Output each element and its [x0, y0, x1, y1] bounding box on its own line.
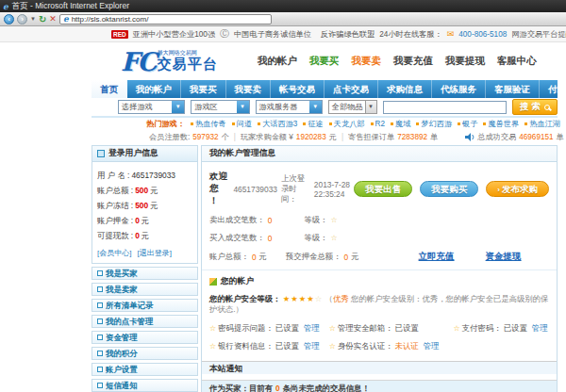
- withdraw-funds-link[interactable]: 资金提现: [486, 251, 522, 263]
- sidebar-item-cards[interactable]: 我的点卡管理: [92, 315, 198, 328]
- server-select[interactable]: 游戏服务器 ▼: [256, 100, 323, 114]
- sidebar-item-buyer[interactable]: 我是买家: [92, 267, 198, 280]
- tab-my-account[interactable]: 我的帐户: [127, 80, 181, 98]
- hot-game-link[interactable]: 问道: [232, 119, 252, 129]
- security-item-identity: ☆ 身份实名认证：未认证 管理: [329, 341, 454, 351]
- sidebar-item-seller[interactable]: 我是卖家: [92, 283, 198, 296]
- security-level-line: 您的帐户安全等级： ★★★★☆ （优秀 您的帐户安全级别：优秀，您的帐户安全已是…: [209, 294, 549, 315]
- main-nav: 首页 我的帐户 我要买 我要卖 帐号交易 点卡交易 求购信息 代练服务 客服验证…: [92, 80, 558, 98]
- tab-powerleveling[interactable]: 代练服务: [432, 80, 486, 98]
- last-login-label: 上次登录时间：: [281, 173, 310, 204]
- total-trades-label: 总成功交易: [477, 132, 516, 142]
- security-item-email: ☆ 管理安全邮箱：已设置: [329, 323, 454, 334]
- link-i-buy[interactable]: 我要买: [309, 55, 340, 68]
- menu-square-icon: [97, 286, 103, 292]
- escrow-orders-label: 寄售担保订单: [348, 132, 394, 142]
- address-bar[interactable]: e http://sls.oktanrist.com/: [59, 14, 272, 24]
- search-button[interactable]: 搜 索: [512, 99, 558, 115]
- site-column: 首页 我的帐户 我要买 我要卖 帐号交易 点卡交易 求购信息 代练服务 客服验证…: [92, 80, 558, 392]
- security-item-password-question: ☆ 密码提示问题：已设置 管理: [209, 323, 329, 334]
- buyer-notice-row: 作为买家：目前有0条尚未完成的交易信息！: [202, 380, 557, 392]
- chevron-down-icon: ▼: [309, 101, 322, 113]
- manage-link[interactable]: 管理: [532, 323, 548, 334]
- forward-button[interactable]: ›: [17, 14, 27, 24]
- level-star-icon: ☆: [330, 216, 337, 224]
- buy-button[interactable]: 我要购买: [420, 181, 478, 197]
- welcome-label: 欢迎您 ！: [209, 171, 229, 207]
- tab-ask-info[interactable]: 求购信息: [378, 80, 432, 98]
- reg-count-label: 会员注册数:: [149, 132, 190, 142]
- search-input[interactable]: [383, 101, 508, 114]
- tab-home[interactable]: 首页: [92, 80, 127, 98]
- link-withdraw[interactable]: 我要提现: [445, 55, 485, 68]
- history-dropdown-icon[interactable]: ▼: [30, 16, 36, 22]
- tab-account-trade[interactable]: 帐号交易: [271, 80, 325, 98]
- back-button[interactable]: ‹: [4, 14, 14, 24]
- star-icon: ☆: [209, 324, 216, 333]
- menu-square-icon: [97, 383, 103, 388]
- search-bar: 选择游戏 ▼ 游戏区 ▼ 游戏服务器 ▼ 全部物品 ▼ 搜 索: [92, 98, 558, 118]
- tab-card-trade[interactable]: 点卡交易: [325, 80, 378, 98]
- tab-payment[interactable]: 付款方式: [540, 80, 566, 98]
- region-select[interactable]: 游戏区 ▼: [191, 100, 249, 114]
- item-type-select[interactable]: 全部物品 ▼: [328, 100, 377, 114]
- hot-game-link[interactable]: 魔域: [391, 119, 410, 129]
- hot-game-link[interactable]: 梦幻西游: [416, 119, 452, 129]
- red-badge: RED: [111, 30, 128, 39]
- service-phone-link[interactable]: 400-806-5108: [458, 30, 507, 39]
- member-center-link[interactable]: [会员中心]: [97, 248, 131, 258]
- site-notice-header: 本站通知: [202, 361, 557, 374]
- url-text: http://sls.oktanrist.com/: [72, 15, 149, 24]
- account-grid-icon: [209, 278, 217, 286]
- site-logo[interactable]: FC 最大网络交易网 交易平台: [121, 47, 218, 76]
- hot-game-link[interactable]: 银子: [458, 119, 477, 129]
- sell-button[interactable]: 我要出售: [354, 181, 412, 197]
- manage-link[interactable]: 管理: [424, 341, 440, 351]
- manage-link[interactable]: 管理: [304, 323, 320, 334]
- sidebar-item-sms[interactable]: 短信通知: [92, 379, 198, 392]
- tab-sell[interactable]: 我要卖: [226, 80, 272, 98]
- account-quick-links: 我的帐户 我要买 我要卖 我要充值 我要提现 客服中心: [258, 55, 537, 68]
- recharge-now-link[interactable]: 立即充值: [419, 251, 455, 263]
- link-my-account[interactable]: 我的帐户: [258, 55, 297, 68]
- level-star-icon: ☆: [330, 234, 337, 242]
- hot-game-link[interactable]: 大话西游3: [258, 119, 297, 129]
- sidebar-item-settings[interactable]: 账户设置: [92, 363, 198, 376]
- menu-square-icon: [97, 367, 103, 372]
- cert-c-icon: Ⓒ: [220, 29, 229, 39]
- hot-game-link[interactable]: 热血江湖: [524, 119, 560, 129]
- sidebar-item-funds[interactable]: 资金管理: [92, 331, 198, 344]
- security-stars-icon: ★★★★: [283, 294, 315, 303]
- tab-service-verify[interactable]: 客服验证: [486, 80, 540, 98]
- main-panel: 我的帐户管理信息 欢迎您 ！ 4651739033 上次登录时间： 2013-7…: [201, 145, 558, 392]
- logo-fc-mark: FC: [121, 47, 156, 76]
- link-i-sell[interactable]: 我要卖: [351, 55, 381, 68]
- chevron-down-icon: ▼: [365, 101, 376, 113]
- welcome-block: 欢迎您 ！ 4651739033 上次登录时间： 2013-7-28 22:35…: [202, 162, 557, 270]
- browser-toolbar: ‹ › ▼ ↻ ✕ e http://sls.oktanrist.com/: [0, 12, 566, 26]
- link-service-center[interactable]: 客服中心: [497, 55, 537, 68]
- hot-game-link[interactable]: 魔兽世界: [483, 119, 519, 129]
- stop-icon[interactable]: ✕: [49, 14, 57, 24]
- security-item-bank-info: ☆ 银行资料信息：已设置 管理: [209, 341, 329, 351]
- username-row: 用 户 名 :4651739033: [97, 171, 192, 181]
- hot-game-link[interactable]: R2: [371, 120, 385, 128]
- sold-count-row: 卖出成交笔数：0 等级：☆: [209, 215, 549, 225]
- link-recharge[interactable]: 我要充值: [393, 55, 433, 68]
- sidebar-item-points[interactable]: 我的积分: [92, 347, 198, 360]
- hot-game-link[interactable]: 征途: [303, 119, 323, 129]
- site-stats-row: 会员注册数:597932个 | 玩家求购金额 ¥1920283元 | 寄售担保订…: [92, 130, 558, 143]
- manage-link[interactable]: 管理: [304, 341, 320, 351]
- tab-buy[interactable]: 我要买: [181, 80, 226, 98]
- site-header: FC 最大网络交易网 交易平台 我的帐户 我要买 我要卖 我要充值 我要提现 客…: [0, 42, 566, 80]
- login-user-box: 登录用户信息 用 户 名 :4651739033 账户总额 :500元 账户冻结…: [92, 145, 198, 264]
- sidebar-item-orders[interactable]: 所有清单记录: [92, 299, 198, 312]
- hot-game-link[interactable]: 天龙八部: [329, 119, 365, 129]
- main-panel-title: 我的帐户管理信息: [202, 146, 557, 162]
- game-select[interactable]: 选择游戏 ▼: [118, 100, 185, 114]
- post-ask-button[interactable]: ›发布求购: [486, 181, 549, 197]
- logout-link[interactable]: [退出登录]: [137, 248, 171, 258]
- hot-game-link[interactable]: 热血传奇: [191, 119, 226, 129]
- refresh-icon[interactable]: ↻: [39, 14, 46, 24]
- logo-title: 交易平台: [158, 57, 218, 73]
